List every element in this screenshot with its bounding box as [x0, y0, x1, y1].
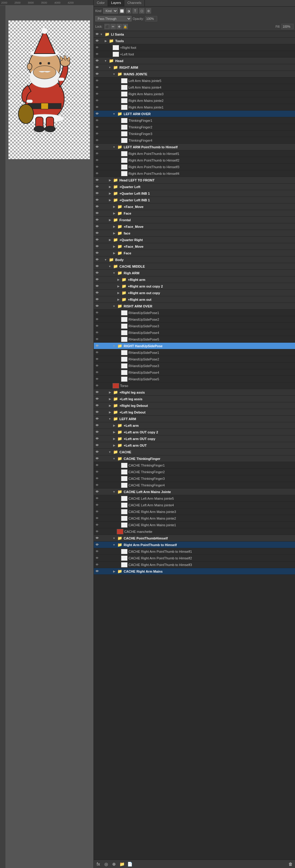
expand-arrow[interactable]: ▶ [108, 402, 112, 409]
filter-type-icon[interactable]: T [132, 8, 138, 13]
layer-item[interactable]: 👁RHandUpSidePose1 [94, 310, 295, 316]
expand-arrow[interactable]: ▶ [116, 296, 120, 303]
expand-arrow[interactable] [112, 528, 116, 535]
layer-item[interactable]: 👁▼📁Righ ARM [94, 270, 295, 276]
expand-arrow[interactable]: ▶ [104, 38, 108, 44]
expand-arrow[interactable]: ▶ [112, 230, 116, 237]
visibility-toggle[interactable]: 👁 [95, 422, 99, 429]
visibility-toggle[interactable]: 👁 [95, 283, 99, 290]
visibility-toggle[interactable]: 👁 [95, 124, 99, 130]
layer-item[interactable]: 👁+Right foot [94, 44, 295, 51]
expand-arrow[interactable]: ▼ [104, 256, 108, 263]
layer-item[interactable]: 👁CACHE Right Arm PointThumb to Himself1 [94, 548, 295, 555]
expand-arrow[interactable] [116, 78, 120, 84]
visibility-toggle[interactable]: 👁 [95, 489, 99, 495]
visibility-toggle[interactable]: 👁 [95, 415, 99, 422]
visibility-toggle[interactable]: 👁 [95, 91, 99, 97]
fx-button[interactable]: fx [95, 861, 101, 867]
expand-arrow[interactable]: ▶ [116, 290, 120, 296]
tab-layers[interactable]: Layers [108, 0, 124, 6]
filter-pixel-icon[interactable]: ⬜ [119, 8, 125, 13]
visibility-toggle[interactable]: 👁 [95, 515, 99, 522]
expand-arrow[interactable] [116, 555, 120, 561]
visibility-toggle[interactable]: 👁 [95, 217, 99, 223]
expand-arrow[interactable] [116, 124, 120, 130]
expand-arrow[interactable]: ▶ [108, 396, 112, 402]
visibility-toggle[interactable]: 👁 [95, 117, 99, 124]
layer-item[interactable]: 👁▶📁+Right arm out copy [94, 290, 295, 296]
expand-arrow[interactable] [116, 316, 120, 323]
layer-item[interactable]: 👁▶📁+Quarter Left [94, 184, 295, 190]
visibility-toggle[interactable]: 👁 [95, 97, 99, 104]
expand-arrow[interactable] [116, 508, 120, 515]
visibility-toggle[interactable]: 👁 [95, 256, 99, 263]
layer-item[interactable]: 👁RHandUpSidePose1 [94, 349, 295, 356]
layer-item[interactable]: 👁CACHE Right Arm Mains jointe2 [94, 515, 295, 522]
expand-arrow[interactable] [116, 515, 120, 522]
expand-arrow[interactable] [116, 170, 120, 177]
layer-item[interactable]: 👁▼📁LEFT ARM OVER [94, 111, 295, 117]
visibility-toggle[interactable]: 👁 [95, 502, 99, 508]
visibility-toggle[interactable]: 👁 [95, 435, 99, 442]
tab-color[interactable]: Color [94, 0, 108, 6]
layer-item[interactable]: 👁▶📁Frontal [94, 217, 295, 223]
visibility-toggle[interactable]: 👁 [95, 389, 99, 396]
layer-item[interactable]: 👁▼📁RISHT ARM OVER [94, 303, 295, 310]
visibility-toggle[interactable]: 👁 [95, 369, 99, 376]
layer-item[interactable]: 👁ThinkingFinger1 [94, 117, 295, 124]
layer-item[interactable]: 👁Right Arm Mains jointe2 [94, 97, 295, 104]
visibility-toggle[interactable]: 👁 [95, 402, 99, 409]
layer-item[interactable]: 👁RHandUpSidePose2 [94, 356, 295, 363]
visibility-toggle[interactable]: 👁 [95, 548, 99, 555]
visibility-toggle[interactable]: 👁 [95, 310, 99, 316]
visibility-toggle[interactable]: 👁 [95, 51, 99, 58]
expand-arrow[interactable] [116, 84, 120, 91]
layer-item[interactable]: 👁Torso [94, 382, 295, 389]
layer-item[interactable]: 👁▼📁RIGHT ARM [94, 64, 295, 71]
expand-arrow[interactable]: ▶ [112, 435, 116, 442]
visibility-toggle[interactable]: 👁 [95, 336, 99, 343]
layer-item[interactable]: 👁CACHE manchette [94, 528, 295, 535]
visibility-toggle[interactable]: 👁 [95, 78, 99, 84]
expand-arrow[interactable]: ▼ [112, 111, 116, 117]
visibility-toggle[interactable]: 👁 [95, 462, 99, 469]
layer-item[interactable]: 👁Right Arm PointThumb to Himself4 [94, 170, 295, 177]
layer-item[interactable]: 👁▶📁Face [94, 210, 295, 217]
expand-arrow[interactable]: ▼ [108, 64, 112, 71]
visibility-toggle[interactable]: 👁 [95, 237, 99, 243]
layer-item[interactable]: 👁▶📁+Left arm OUT [94, 442, 295, 449]
layer-item[interactable]: 👁▶📁+Left arm OUT copy 2 [94, 429, 295, 435]
expand-arrow[interactable]: ▼ [112, 71, 116, 78]
layer-item[interactable]: 👁CACHE Right Arm PointThumb to Himself2 [94, 555, 295, 561]
expand-arrow[interactable] [116, 475, 120, 482]
lock-pixels-icon[interactable]: ✏ [110, 24, 116, 29]
visibility-toggle[interactable]: 👁 [95, 190, 99, 197]
expand-arrow[interactable] [116, 356, 120, 363]
visibility-toggle[interactable]: 👁 [95, 356, 99, 363]
visibility-toggle[interactable]: 👁 [95, 64, 99, 71]
layer-item[interactable]: 👁Right Arm Mains jointe1 [94, 104, 295, 111]
layer-item[interactable]: 👁Right Arm PointThumb to Himself2 [94, 157, 295, 164]
layer-item[interactable]: 👁▼📁CACHE Left Arm Mains Jointe [94, 489, 295, 495]
layer-item[interactable]: 👁ThinkingFinger2 [94, 124, 295, 130]
visibility-toggle[interactable]: 👁 [95, 561, 99, 568]
visibility-toggle[interactable]: 👁 [95, 535, 99, 541]
visibility-toggle[interactable]: 👁 [95, 349, 99, 356]
expand-arrow[interactable]: ▶ [112, 568, 116, 575]
visibility-toggle[interactable]: 👁 [95, 144, 99, 150]
visibility-toggle[interactable]: 👁 [95, 197, 99, 204]
visibility-toggle[interactable]: 👁 [95, 396, 99, 402]
expand-arrow[interactable] [116, 376, 120, 382]
layer-item[interactable]: 👁▶📁Face [94, 250, 295, 256]
expand-arrow[interactable] [116, 561, 120, 568]
expand-arrow[interactable] [108, 51, 112, 58]
expand-arrow[interactable]: ▶ [108, 409, 112, 415]
layer-item[interactable]: 👁▶📁+Right leg assis [94, 389, 295, 396]
expand-arrow[interactable]: ▼ [112, 270, 116, 276]
layer-item[interactable]: 👁▶📁face [94, 230, 295, 237]
expand-arrow[interactable]: ▶ [112, 429, 116, 435]
visibility-toggle[interactable]: 👁 [95, 177, 99, 184]
expand-arrow[interactable]: ▶ [108, 184, 112, 190]
layer-item[interactable]: 👁▶📁+Left leg Debout [94, 409, 295, 415]
layer-item[interactable]: 👁ThinkingFinger4 [94, 137, 295, 144]
